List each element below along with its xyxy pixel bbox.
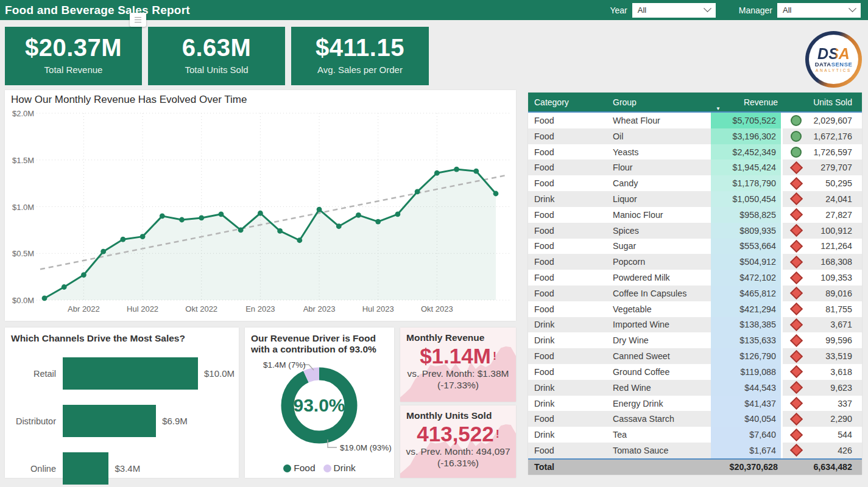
cell-group: Oil [609,128,711,144]
table-row[interactable]: DrinkImported Wine$138,3853,671 [528,317,862,333]
cell-units: 24,041 [783,191,862,207]
cell-category: Food [528,286,609,301]
cell-group: Flour [609,159,711,175]
table-row[interactable]: FoodGround Coffee$119,0883,618 [528,364,862,380]
table-row[interactable]: FoodTomato Sauce$1,674426 [528,443,862,458]
cell-group: Tea [609,427,711,443]
table-row[interactable]: FoodPopcorn$504,912168,308 [528,254,862,270]
column-header-group[interactable]: Group [609,93,711,111]
table-row[interactable]: FoodWheat Flour$5,705,5222,029,607 [528,113,862,128]
chevron-down-icon [849,4,856,12]
cell-category: Drink [528,332,609,348]
svg-text:$1.0M: $1.0M [12,203,34,212]
column-header-revenue[interactable]: Revenue ▼ [711,93,783,111]
chevron-down-icon [704,4,711,12]
bar-category-label: Retail [5,369,56,379]
kpi-total-revenue: $20.37M Total Revenue [5,27,142,85]
page-drag-handle-icon[interactable] [130,13,146,27]
cell-revenue: $421,294 [711,301,783,317]
cell-units: 1,726,597 [783,144,862,160]
legend-dot-food [283,464,291,472]
alert-icon: ! [493,350,496,362]
monthly-units-value: 413,522! [400,422,516,446]
cell-category: Drink [528,427,609,443]
bar-chart: Retail$10.0MDistributor$6.9MOnline$3.4M [5,357,239,485]
channels-bar-panel: Which Channels Drive the Most Sales? Ret… [5,328,239,478]
cell-category: Food [528,270,609,286]
cell-revenue: $44,543 [711,380,783,396]
cell-revenue: $40,054 [711,411,783,427]
table-row[interactable]: FoodSugar$553,664121,264 [528,239,862,254]
monthly-revenue-comparison: vs. Prev. Month: $1.38M [400,368,516,379]
manager-dropdown[interactable]: All [777,3,861,18]
donut-chart-title: Our Revenue Driver is Food with a contri… [251,333,394,355]
table-row[interactable]: FoodFlour$1,945,424279,707 [528,159,862,175]
cell-group: Red Wine [609,380,711,396]
cell-category: Food [528,207,609,223]
cell-category: Food [528,254,609,270]
total-label: Total [528,460,609,475]
table-row[interactable]: FoodCanned Sweet$126,79033,519 [528,348,862,364]
table-row[interactable]: FoodCassava Starch$40,0542,290 [528,411,862,427]
dashboard: Food and Beverage Sales Report Year All … [0,0,868,487]
kpi-label: Total Units Sold [148,65,285,75]
column-header-category[interactable]: Category [528,93,609,111]
cell-revenue: $138,385 [711,317,783,333]
table-row[interactable]: FoodSpices$809,935100,912 [528,223,862,239]
cell-units: 279,707 [783,159,862,175]
kpi-total-units-sold: 6.63M Total Units Sold [148,27,285,85]
table-row[interactable]: FoodCandy$1,178,79050,295 [528,175,862,191]
table-row[interactable]: DrinkTea$7,640544 [528,427,862,443]
cell-revenue: $809,935 [711,223,783,239]
legend-item-food[interactable]: Food [283,463,315,474]
cell-category: Food [528,113,609,128]
bar[interactable] [63,452,108,485]
cell-revenue: $465,812 [711,286,783,301]
cell-revenue: $7,640 [711,427,783,443]
table-row[interactable]: DrinkLiquor$1,050,45424,041 [528,191,862,207]
table-row[interactable]: FoodManioc Flour$958,82527,827 [528,207,862,223]
bar-row: Online$3.4M [5,452,239,485]
table-row[interactable]: DrinkDry Wine$135,63399,596 [528,332,862,348]
bar-category-label: Online [5,464,56,474]
datasense-logo: DSA DATASENSE ANALYTICS [805,31,862,88]
table-row[interactable]: FoodPowdered Milk$472,102109,353 [528,270,862,286]
bar[interactable] [63,357,198,390]
svg-text:Okt 2022: Okt 2022 [185,304,217,314]
cell-units: 3,618 [783,364,862,380]
cell-revenue: $135,633 [711,332,783,348]
kpi-value: $20.37M [5,34,142,61]
table-row[interactable]: FoodOil$3,196,3021,672,176 [528,128,862,144]
donut-slice-food[interactable] [288,374,351,437]
cell-units: 9,623 [783,380,862,396]
cell-category: Food [528,239,609,254]
cell-units: 27,827 [783,207,862,223]
cell-revenue: $472,102 [711,270,783,286]
cell-category: Food [528,364,609,380]
manager-filter-label: Manager [739,5,772,15]
kpi-value: 6.63M [148,34,285,61]
table-row[interactable]: FoodVegetable$421,29481,755 [528,301,862,317]
table-row[interactable]: DrinkRed Wine$44,5439,623 [528,380,862,396]
year-dropdown[interactable]: All [632,3,716,18]
legend-item-drink[interactable]: Drink [323,463,356,474]
table-row[interactable]: FoodYeasts$2,452,3491,726,597 [528,144,862,160]
bar-value-label: $6.9M [162,416,188,426]
alert-icon: ! [496,428,499,440]
cell-category: Food [528,443,609,458]
svg-text:$0.5M: $0.5M [12,249,34,258]
table-row[interactable]: FoodCoffee In Capsules$465,81289,016 [528,286,862,301]
cell-group: Yeasts [609,144,711,160]
column-header-units-sold[interactable]: Units Sold [783,93,862,111]
bar-row: Distributor$6.9M [5,405,239,437]
cell-group: Ground Coffee [609,364,711,380]
logo-acronym: DSA [817,46,850,61]
revenue-line-chart[interactable]: $0.0M$0.5M$1.0M$1.5M$2.0MAbr 2022Hul 202… [5,90,516,321]
bar[interactable] [63,405,156,437]
table-row[interactable]: DrinkEnergy Drink$41,437337 [528,396,862,412]
donut-callout-food: $19.0M (93%) [340,443,392,452]
cell-category: Food [528,128,609,144]
svg-text:Okt 2023: Okt 2023 [421,304,453,314]
cell-group: Tomato Sauce [609,443,711,458]
cell-group: Popcorn [609,254,711,270]
